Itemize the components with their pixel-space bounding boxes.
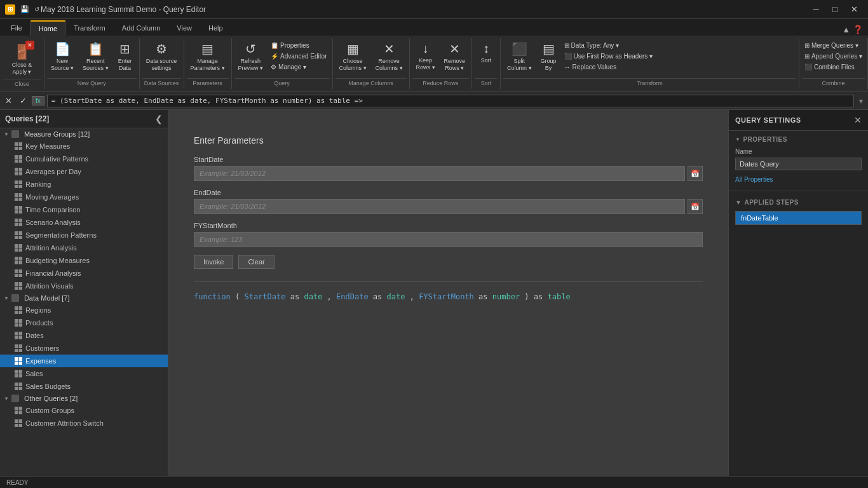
param-group-fystartmonth: FYStartMonth [194,222,703,247]
group-by-button[interactable]: ▤ GroupBy [537,39,560,74]
advanced-editor-button[interactable]: ⚡ Advanced Editor [268,51,329,61]
enddate-input[interactable] [194,199,685,214]
tab-file[interactable]: File [3,20,31,36]
startdate-calendar-btn[interactable]: 📅 [688,166,703,181]
enddate-calendar-btn[interactable]: 📅 [688,199,703,214]
status-bar: READY [0,476,868,488]
keep-rows-button[interactable]: ↓ KeepRows ▾ [412,39,439,73]
sidebar-item-custom-groups[interactable]: Custom Groups [0,404,168,417]
sort-group-label: Sort [475,78,498,88]
function-param3-sep: as [478,292,492,301]
fystartmonth-input[interactable] [194,232,703,247]
sidebar-item-cumulative-patterns[interactable]: Cumulative Patterns [0,152,168,165]
name-field-label: Name [735,148,862,155]
sidebar-item-financial-analysis[interactable]: Financial Analysis [0,267,168,280]
all-properties-link[interactable]: All Properties [735,176,773,183]
minimize-button[interactable]: ─ [807,3,825,16]
tab-home[interactable]: Home [31,20,65,36]
remove-columns-label: RemoveColumns ▾ [376,58,403,72]
recent-sources-button[interactable]: 📋 RecentSources ▾ [79,39,112,74]
group-header-other-queries[interactable]: ▼ Other Queries [2] [0,393,168,404]
sidebar-item-scenario-analysis[interactable]: Scenario Analysis [0,216,168,229]
remove-rows-button[interactable]: ✕ RemoveRows ▾ [440,39,470,74]
params-title: Enter Parameters [194,135,703,146]
sidebar-item-budgeting-measures[interactable]: Budgeting Measures [0,254,168,267]
group-header-data-model[interactable]: ▼ Data Model [7] [0,292,168,304]
sidebar-item-products[interactable]: Products [0,316,168,329]
table-icon [14,231,23,240]
table-icon [14,243,23,252]
formula-input[interactable] [47,95,854,107]
replace-values-button[interactable]: ↔ Replace Values [562,62,655,72]
properties-button[interactable]: 📋 Properties [268,41,329,50]
function-keyword: function [194,292,231,301]
remove-rows-label: RemoveRows ▾ [444,58,466,72]
sidebar-item-customer-attrition-switch[interactable]: Customer Attrition Switch [0,417,168,430]
sidebar-item-expenses[interactable]: Expenses [0,355,168,367]
step-item-fndatetable[interactable]: fnDateTable [735,211,862,225]
sidebar-item-customers[interactable]: Customers [0,342,168,355]
query-settings-close-button[interactable]: ✕ [854,115,862,125]
sidebar-item-attrition-visuals[interactable]: Attrition Visuals [0,280,168,292]
refresh-preview-button[interactable]: ↺ RefreshPreview ▾ [234,39,268,74]
manage-button[interactable]: ⚙ Manage ▾ [268,62,329,72]
group-header-measure-groups[interactable]: ▼ Measure Groups [12] [0,128,168,140]
tab-add-column[interactable]: Add Column [114,20,169,36]
formula-expand-btn[interactable]: ▾ [857,97,865,105]
new-source-button[interactable]: 📄 NewSource ▾ [47,39,78,74]
sidebar-item-sales-budgets[interactable]: Sales Budgets [0,380,168,393]
merge-queries-button[interactable]: ⊞ Merge Queries ▾ [802,41,865,50]
tab-view[interactable]: View [168,20,200,36]
params-panel: Enter Parameters StartDate 📅 EndDate 📅 [181,123,715,314]
sidebar-item-time-comparison[interactable]: Time Comparison [0,203,168,216]
append-queries-button[interactable]: ⊞ Append Queries ▾ [802,51,865,61]
enter-data-button[interactable]: ⊞ EnterData [114,39,137,74]
use-first-row-button[interactable]: ⬛ Use First Row as Headers ▾ [562,51,655,61]
fx-button[interactable]: fx [32,96,44,105]
sort-button[interactable]: ↕ Sort [475,39,498,66]
close-apply-button[interactable]: ✕ 🚪 Close &Apply ▾ [8,39,36,78]
table-icon [14,154,23,163]
sidebar-item-sales[interactable]: Sales [0,367,168,380]
ribbon-collapse-btn[interactable]: ▲ [842,25,850,34]
startdate-input[interactable] [194,166,685,181]
tab-transform[interactable]: Transform [65,20,114,36]
refresh-preview-icon: ↺ [245,41,256,57]
ribbon-group-reduce-rows: ↓ KeepRows ▾ ✕ RemoveRows ▾ Reduce Rows [410,38,473,89]
applied-steps-title: ▼ APPLIED STEPS [735,199,862,206]
split-column-button[interactable]: ⬛ SplitColumn ▾ [503,39,536,74]
clear-button[interactable]: Clear [238,255,274,269]
window-close-button[interactable]: ✕ [845,3,863,16]
data-type-icon: ⊞ [564,42,569,49]
sidebar-item-regions[interactable]: Regions [0,304,168,316]
tab-help[interactable]: Help [200,20,231,36]
sidebar-item-moving-averages[interactable]: Moving Averages [0,191,168,203]
remove-columns-button[interactable]: ✕ RemoveColumns ▾ [372,39,407,74]
formula-confirm-btn[interactable]: ✓ [17,96,29,105]
manage-columns-group-label: Manage Columns [336,78,407,88]
data-source-settings-button[interactable]: ⚙ Data sourcesettings [142,39,181,74]
sort-label: Sort [481,57,492,64]
sidebar-item-dates[interactable]: Dates [0,329,168,342]
invoke-button[interactable]: Invoke [194,255,233,269]
sidebar-item-key-measures[interactable]: Key Measures [0,140,168,152]
data-type-button[interactable]: ⊞ Data Type: Any ▾ [562,41,655,50]
sidebar-collapse-button[interactable]: ❮ [155,114,163,124]
sidebar-item-ranking[interactable]: Ranking [0,178,168,191]
help-icon[interactable]: ❓ [853,25,863,34]
sidebar-item-averages-per-day[interactable]: Averages per Day [0,165,168,178]
query-name-input[interactable] [735,158,862,170]
status-text: READY [6,479,28,486]
param-input-row-fystartmonth [194,232,703,247]
formula-cancel-btn[interactable]: ✕ [3,96,15,105]
sidebar-item-attrition-analysis[interactable]: Attrition Analysis [0,241,168,254]
choose-columns-button[interactable]: ▦ ChooseColumns ▾ [336,39,370,74]
close-x-icon: ✕ [25,41,34,50]
save-icon: 💾 [20,5,29,13]
transform-group-label: Transform [503,78,796,88]
sidebar-item-segmentation-patterns[interactable]: Segmentation Patterns [0,229,168,241]
maximize-button[interactable]: □ [826,3,844,16]
combine-files-button[interactable]: ⬛ Combine Files [802,62,865,72]
manage-parameters-button[interactable]: ▤ ManageParameters ▾ [187,39,229,74]
function-return: ) as [524,292,547,301]
